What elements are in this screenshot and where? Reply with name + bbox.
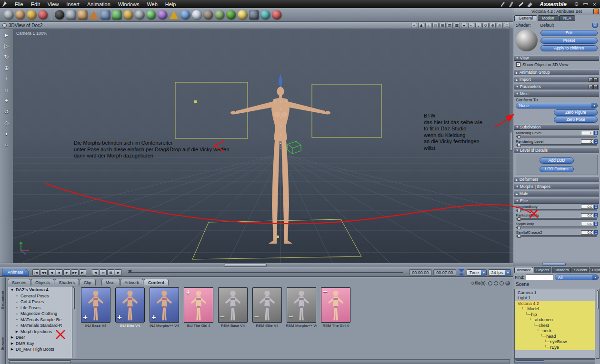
scene-tree-item[interactable]: └─Model bbox=[515, 306, 595, 312]
content-item[interactable]: +INJ Elite V4 bbox=[114, 287, 146, 328]
orbit-icon[interactable]: ↻ bbox=[482, 23, 489, 28]
spinner-down-icon[interactable]: ▼ bbox=[594, 141, 598, 144]
pan-view-icon[interactable]: ⊕ bbox=[2, 64, 11, 72]
content-item-thumbnail[interactable]: − bbox=[321, 287, 350, 323]
slider-spinner[interactable]: ▲▼ bbox=[594, 222, 598, 226]
audio-icon[interactable]: ♪ bbox=[425, 23, 431, 28]
vertex-object-icon[interactable] bbox=[135, 10, 144, 20]
fps-dropdown[interactable]: 24 fps▼ bbox=[488, 269, 511, 275]
frame-view-icon[interactable]: □ bbox=[504, 23, 510, 28]
tab-instance[interactable]: Instance bbox=[514, 267, 533, 273]
import-load-icon[interactable]: ▤ bbox=[589, 78, 593, 82]
wireframe-mode-icon[interactable]: ▤ bbox=[432, 23, 439, 28]
terrain-primitive-icon[interactable] bbox=[215, 10, 224, 20]
content-item[interactable]: −REM The Girl 4 bbox=[320, 287, 351, 328]
scene-tree-item[interactable]: └─eyeBrow bbox=[515, 339, 595, 345]
eraser-mode-icon[interactable] bbox=[527, 1, 533, 7]
browser-tree-item[interactable]: ▶DMR Kay bbox=[8, 341, 72, 347]
content-item-thumbnail[interactable]: + bbox=[115, 287, 145, 323]
texture-sphere-icon[interactable]: ◒ bbox=[475, 23, 481, 28]
menu-item-web[interactable]: Web bbox=[143, 1, 161, 7]
fountain-primitive-icon[interactable] bbox=[180, 10, 190, 20]
pen-mode-icon[interactable] bbox=[509, 1, 515, 7]
content-item[interactable]: +INJ The Girl 4 bbox=[183, 287, 214, 328]
slider-spinner[interactable]: ▲▼ bbox=[594, 230, 598, 235]
cylinder-primitive-icon[interactable] bbox=[78, 10, 87, 20]
browser-tree-item[interactable]: ▪General Poses bbox=[8, 293, 72, 299]
sequencer-side-tab[interactable]: Sequencer bbox=[0, 291, 5, 309]
slider-track[interactable] bbox=[516, 136, 597, 138]
spinner-down-icon[interactable]: ▼ bbox=[594, 232, 598, 235]
menu-item-view[interactable]: View bbox=[44, 1, 63, 7]
edit-button[interactable]: Edit bbox=[540, 30, 598, 36]
slider-value-field[interactable]: 0 bbox=[581, 139, 593, 144]
section-male[interactable]: ▶Male bbox=[514, 191, 599, 197]
small-view-icon[interactable] bbox=[488, 281, 492, 285]
step-back-button[interactable]: ◀ bbox=[48, 269, 55, 275]
go-to-start-button[interactable]: |◀ bbox=[32, 269, 40, 275]
cone-primitive-icon[interactable] bbox=[90, 11, 98, 19]
tab-nla[interactable]: NLA bbox=[559, 15, 576, 21]
browser-side-tab[interactable]: Browser bbox=[0, 336, 5, 350]
filter-dropdown[interactable]: All▼ bbox=[555, 275, 599, 280]
find-input[interactable] bbox=[526, 275, 553, 280]
move-tool-icon[interactable]: + bbox=[2, 97, 11, 105]
particle-emitter-icon[interactable] bbox=[158, 10, 167, 20]
slider-thumb[interactable] bbox=[517, 217, 521, 221]
scrollbar-handle[interactable] bbox=[510, 132, 512, 151]
section-parameters[interactable]: ▼Parameters ▤▦ bbox=[514, 84, 599, 89]
stop-button[interactable]: ■ bbox=[56, 269, 63, 275]
sphere-primitive-icon[interactable] bbox=[55, 10, 64, 20]
folder-arrow-icon[interactable]: ▶ bbox=[10, 347, 14, 351]
tab-content[interactable]: Content bbox=[144, 279, 169, 285]
parameters-save-icon[interactable]: ▦ bbox=[593, 85, 598, 89]
camera-object-icon[interactable] bbox=[249, 10, 259, 20]
browser-tree-item[interactable]: ▶Morph Injections bbox=[8, 329, 72, 335]
viewport-menu-icon[interactable] bbox=[2, 23, 7, 28]
time-ruler[interactable] bbox=[128, 272, 403, 273]
animate-tab[interactable]: Animate bbox=[2, 269, 29, 276]
preset-button[interactable]: Preset bbox=[540, 38, 598, 44]
instance-vscrollbar[interactable] bbox=[596, 289, 600, 359]
folder-arrow-icon[interactable]: ▶ bbox=[10, 342, 14, 345]
content-item-thumbnail[interactable]: + bbox=[150, 287, 179, 323]
content-item-thumbnail[interactable]: − bbox=[218, 287, 248, 323]
browser-tree-item[interactable]: ▶Deer bbox=[8, 334, 72, 341]
scrollbar-handle[interactable] bbox=[597, 290, 599, 309]
scrollbar-handle[interactable] bbox=[516, 360, 544, 363]
tab-artwork[interactable]: Artwork bbox=[120, 279, 144, 285]
knife-mode-icon[interactable] bbox=[518, 1, 524, 7]
browser-tree-item[interactable]: ▶Dx_MAT High Boots bbox=[8, 346, 72, 353]
scrollbar-handle[interactable] bbox=[224, 264, 267, 267]
section-view[interactable]: ▼View bbox=[514, 55, 599, 61]
spinner-down-icon[interactable]: ▼ bbox=[594, 207, 598, 209]
tree-vscrollbar[interactable] bbox=[72, 286, 76, 358]
next-frame-button[interactable]: ▶ bbox=[115, 269, 122, 275]
scene-tree-item[interactable]: └─hip bbox=[515, 312, 595, 317]
content-item[interactable]: −REM Base V4 bbox=[217, 287, 249, 328]
go-to-end-button[interactable]: ▶| bbox=[79, 269, 86, 275]
scene-tree-item[interactable]: └─rEye bbox=[515, 344, 595, 350]
browser-tree-item[interactable]: ▼DAZ's Victoria 4 bbox=[8, 287, 72, 293]
scene-tree-item[interactable]: Victoria 4.2 bbox=[515, 301, 595, 306]
scrollbar-handle[interactable] bbox=[9, 360, 71, 363]
paintbrush-tool-icon[interactable] bbox=[38, 10, 48, 20]
pencil-tool-icon[interactable] bbox=[27, 10, 36, 20]
slider-thumb[interactable] bbox=[517, 135, 521, 138]
browser-tree-item[interactable]: ▪Girl 4 Poses bbox=[8, 299, 72, 305]
collapse-arrow-icon[interactable]: ▼ bbox=[516, 85, 519, 88]
cube-primitive-icon[interactable] bbox=[66, 10, 76, 20]
plant-primitive-icon[interactable] bbox=[226, 10, 236, 20]
screwdriver-tool-icon[interactable] bbox=[15, 10, 25, 20]
sort-options-icon[interactable] bbox=[505, 281, 510, 285]
tab-inst-shaders[interactable]: Shaders bbox=[552, 267, 571, 273]
instance-hscrollbar[interactable] bbox=[514, 359, 595, 364]
slider-spinner[interactable]: ▲▼ bbox=[594, 213, 598, 217]
force-object-icon[interactable] bbox=[260, 10, 270, 20]
content-item[interactable]: −REM Morphs++ V4 bbox=[286, 287, 317, 328]
menu-item-edit[interactable]: Edit bbox=[27, 1, 44, 7]
slider-value-field[interactable]: 0,0 bbox=[581, 230, 593, 235]
rotate-tool-icon[interactable]: ↺ bbox=[2, 108, 11, 116]
content-item-thumbnail[interactable]: − bbox=[252, 287, 282, 323]
playhead-marker[interactable] bbox=[128, 270, 132, 274]
